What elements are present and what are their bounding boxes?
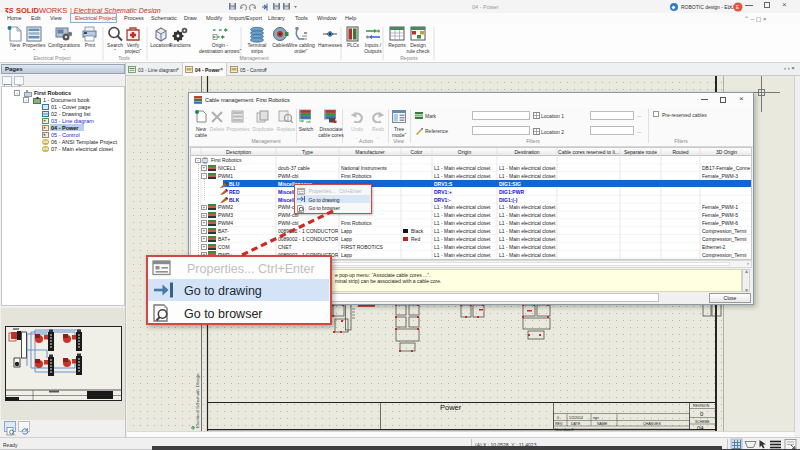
svg-text:orderˇ: orderˇ (294, 48, 308, 54)
svg-text:ˇ: ˇ (63, 48, 65, 54)
svg-text:REV.: REV. (555, 422, 563, 426)
svg-text:Electrical Project: Electrical Project (33, 55, 71, 61)
svg-text:Tools: Tools (118, 55, 130, 61)
svg-text:ˇ: ˇ (114, 48, 116, 54)
svg-text:0: 0 (700, 411, 704, 417)
svg-text:destination arrowsˇ: destination arrowsˇ (199, 48, 242, 54)
svg-text:CHANGES: CHANGES (643, 422, 661, 426)
svg-text:E: E (736, 5, 739, 10)
svg-text:Electrical Schematic Design: Electrical Schematic Design (195, 373, 200, 428)
svg-text:Management: Management (239, 55, 269, 61)
svg-text:ˇ: ˇ (14, 48, 16, 54)
svg-text:projectˇ: projectˇ (125, 48, 142, 54)
svg-text:Outputs: Outputs (364, 48, 382, 54)
svg-text:Reports: Reports (400, 55, 418, 61)
svg-text:NAME: NAME (597, 422, 608, 426)
svg-text:Functions: Functions (169, 42, 191, 48)
svg-text:Print: Print (85, 42, 96, 48)
svg-text:strips: strips (251, 48, 263, 54)
svg-text:Harnesses: Harnesses (318, 42, 342, 48)
svg-text:Power: Power (440, 403, 462, 412)
svg-text:DATE: DATE (571, 422, 581, 426)
svg-text:Cables: Cables (272, 42, 288, 48)
svg-text:REVISION: REVISION (693, 404, 710, 408)
svg-text:Reports: Reports (388, 42, 406, 48)
svg-text:rule check: rule check (407, 48, 430, 54)
svg-text:ˇ: ˇ (33, 48, 35, 54)
svg-text:SCHEME: SCHEME (695, 420, 710, 424)
svg-text:0: 0 (557, 416, 559, 420)
svg-text:ROBOTIC design - ELU: ROBOTIC design - ELU (681, 4, 734, 10)
svg-text:ngv: ngv (593, 416, 599, 420)
svg-text:PLCs: PLCs (347, 42, 360, 48)
svg-text:1/2/2014: 1/2/2014 (569, 416, 583, 420)
